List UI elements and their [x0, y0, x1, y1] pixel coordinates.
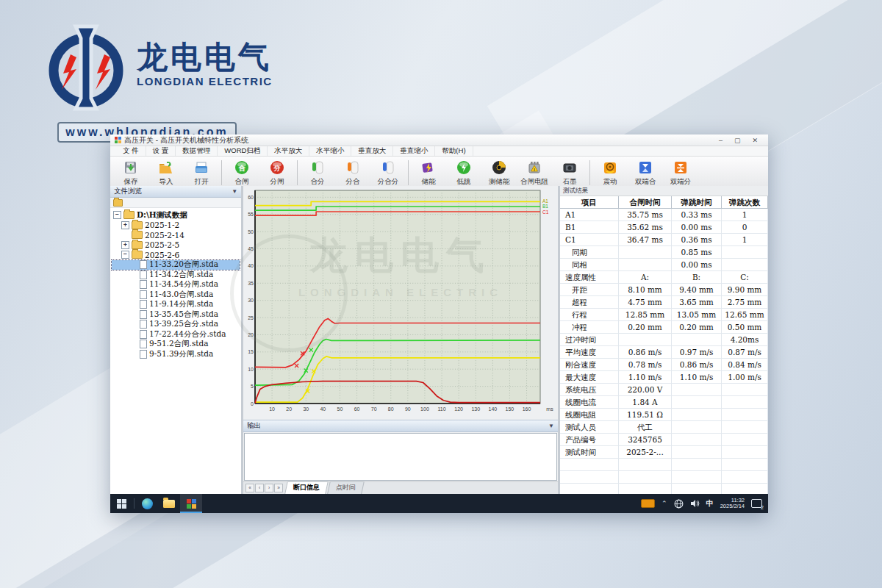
tree-file-4[interactable]: 11-9.14分闸.stda: [112, 300, 240, 310]
results-cell: 4.75 mm: [619, 296, 672, 308]
tree-file-9[interactable]: 9-51.39分闸.stda: [112, 349, 240, 359]
menu-item-5[interactable]: 水平缩小: [309, 146, 351, 156]
speaker-icon[interactable]: [690, 499, 700, 508]
toolbar-group: 合合闸分分闸: [224, 157, 295, 188]
menu-item-2[interactable]: 数据管理: [176, 146, 218, 156]
output-box[interactable]: [244, 433, 557, 481]
edge-icon: [142, 498, 153, 509]
tree-folder-2025-1-2[interactable]: +2025-1-2: [112, 220, 240, 231]
menu-item-6[interactable]: 垂直放大: [351, 146, 393, 156]
tab-nav-arrow-1[interactable]: ‹: [255, 484, 264, 492]
tree-item-label: 13-35.45合闸.stda: [149, 309, 218, 320]
tree-file-1[interactable]: 11-34.2合闸.stda: [112, 270, 240, 280]
tree-expander-icon[interactable]: +: [121, 221, 129, 229]
储能-button[interactable]: 储能: [411, 157, 446, 188]
tree-file-6[interactable]: 13-39.25合分.stda: [112, 320, 240, 330]
results-row-8: 行程12.85 mm13.05 mm12.65 mm: [560, 309, 768, 321]
input-method-indicator[interactable]: 中: [706, 498, 714, 509]
分合-button[interactable]: 分合: [335, 157, 370, 188]
menu-item-7[interactable]: 垂直缩小: [393, 146, 435, 156]
tab-断口信息[interactable]: 断口信息: [284, 481, 329, 494]
tray-chevron-up-icon[interactable]: ⌃: [662, 500, 667, 507]
notification-icon[interactable]: 2: [751, 499, 762, 509]
results-row-label: 刚合速度: [560, 359, 619, 370]
explorer-taskbar-button[interactable]: [158, 494, 180, 513]
menu-item-1[interactable]: 设 置: [146, 146, 176, 156]
results-cell: 代工: [619, 421, 672, 433]
toolbar-button-label: 双端合: [635, 177, 656, 187]
tree-folder-2025-2-6[interactable]: −2025-2-6: [112, 250, 240, 260]
results-cell: [672, 409, 722, 420]
measure-energy-icon: [491, 159, 507, 176]
分闸-button[interactable]: 分分闸: [259, 157, 295, 188]
svg-text:10: 10: [269, 406, 275, 412]
保存-button[interactable]: 保存: [113, 157, 148, 188]
toolbar-button-label: 测储能: [489, 177, 510, 187]
双端分-button[interactable]: 双端分: [663, 157, 698, 188]
edge-taskbar-button[interactable]: [136, 494, 158, 513]
tree-file-8[interactable]: 9-51.2合闸.stda: [112, 340, 240, 350]
合分-button[interactable]: 合分: [300, 157, 335, 188]
tree-file-2[interactable]: 11-34.54分闸.stda: [112, 280, 240, 290]
open-close-open-icon: [380, 159, 396, 176]
tab-点时间[interactable]: 点时间: [327, 481, 365, 494]
results-row-9: 冲程0.20 mm0.20 mm0.50 mm: [560, 321, 768, 334]
menu-item-4[interactable]: 水平放大: [268, 146, 309, 156]
chevron-down-icon[interactable]: ▼: [232, 188, 237, 195]
network-globe-icon[interactable]: [674, 499, 684, 509]
toolbar-separator: [589, 160, 590, 185]
results-row-label: 超程: [560, 296, 619, 308]
results-header-row: 项目合闸时间弹跳时间弹跳次数: [560, 196, 768, 209]
tree-file-3[interactable]: 11-43.0合闸.stda: [112, 290, 240, 300]
notification-count: 2: [761, 505, 764, 510]
tree-expander-icon[interactable]: −: [121, 251, 129, 259]
menu-bar: 文 件设 置数据管理WORD归档水平放大水平缩小垂直放大垂直缩小帮助(H): [110, 146, 768, 157]
低跳-button[interactable]: 低跳: [446, 157, 481, 188]
results-cell: 0.87 m/s: [722, 346, 768, 358]
taskbar-clock[interactable]: 11:32 2025/2/14: [720, 498, 745, 510]
tab-nav-arrow-2[interactable]: ›: [265, 484, 273, 492]
双端合-button[interactable]: 双端合: [628, 157, 663, 188]
app-taskbar-button[interactable]: [180, 494, 202, 513]
tree-expander-icon[interactable]: +: [121, 241, 129, 249]
menu-item-0[interactable]: 文 件: [116, 146, 146, 156]
maximize-button[interactable]: ▢: [734, 137, 741, 144]
folder-tool-icon[interactable]: [113, 199, 123, 207]
合闸-button[interactable]: 合合闸: [224, 157, 259, 188]
tree-folder-2025-2-14[interactable]: 2025-2-14: [112, 230, 240, 240]
tree-expander-icon[interactable]: −: [113, 211, 121, 219]
results-row-label: 平均速度: [560, 346, 619, 358]
close-button[interactable]: ✕: [752, 137, 758, 144]
分合分-button[interactable]: 分合分: [370, 157, 406, 188]
tree-file-5[interactable]: 13-35.45合闸.stda: [112, 309, 240, 320]
start-button[interactable]: [110, 494, 132, 513]
石墨-button[interactable]: 石墨: [552, 157, 587, 188]
tab-nav-arrow-0[interactable]: «: [245, 484, 254, 492]
menu-item-3[interactable]: WORD归档: [218, 146, 268, 156]
tray-device-icon[interactable]: [641, 499, 655, 508]
results-cell: 0: [722, 221, 768, 233]
toolbar-separator: [408, 160, 409, 185]
震动-button[interactable]: 震动: [592, 157, 628, 188]
tree-file-7[interactable]: 17-22.44分合分.stda: [112, 329, 240, 340]
chart-area[interactable]: 5101520253035404550556001020304050607080…: [243, 186, 558, 420]
menu-item-8[interactable]: 帮助(H): [435, 146, 473, 156]
results-row-label: C1: [560, 234, 619, 245]
results-row-label: 最大速度: [560, 371, 619, 383]
tree-folder-2025-2-5[interactable]: +2025-2-5: [112, 240, 240, 251]
results-column-header: 弹跳时间: [672, 196, 722, 208]
测储能-button[interactable]: 测储能: [481, 157, 517, 188]
合闸电阻-button[interactable]: !合闸电阻: [517, 157, 552, 188]
tree-root[interactable]: −D:\H测试数据: [112, 210, 240, 220]
tab-nav-arrow-3[interactable]: »: [274, 484, 283, 492]
file-icon: [140, 270, 147, 279]
results-row-label: 过冲时间: [560, 334, 619, 345]
导入-button[interactable]: 导入: [148, 157, 184, 188]
results-row-label: 冲程: [560, 321, 619, 333]
svg-text:分: 分: [273, 165, 282, 172]
打开-button[interactable]: 打开: [184, 157, 219, 188]
tree-file-0[interactable]: 11-33.20合闸.stda: [112, 260, 240, 270]
chevron-down-icon[interactable]: ▼: [548, 423, 554, 429]
minimize-button[interactable]: –: [719, 137, 723, 144]
results-table: 项目合闸时间弹跳时间弹跳次数A135.75 ms0.33 ms1B135.62 …: [560, 196, 768, 494]
